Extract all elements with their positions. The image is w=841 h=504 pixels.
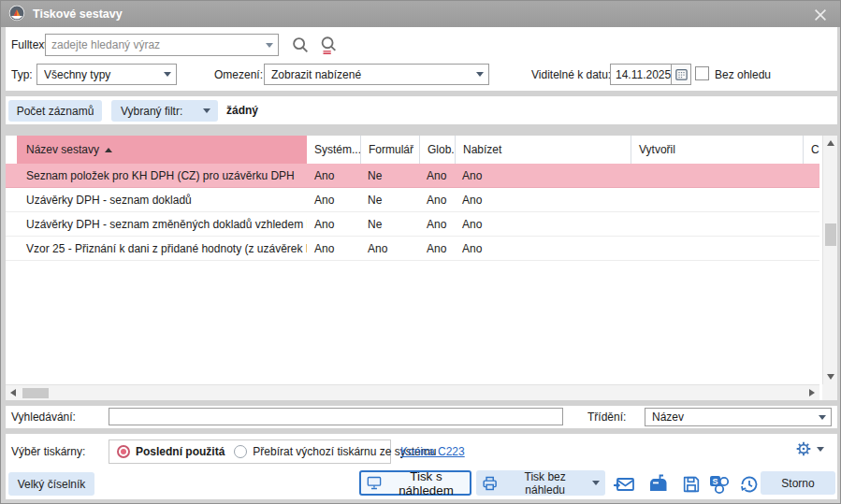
table-row[interactable]: Seznam položek pro KH DPH (CZ) pro uzávě… [6, 164, 819, 188]
table-cell: Seznam položek pro KH DPH (CZ) pro uzávě… [17, 169, 307, 182]
sort-select[interactable]: Název [645, 408, 832, 426]
search-highlight-icon[interactable] [316, 33, 341, 57]
selected-filter-value: žádný [226, 104, 258, 117]
table-cell: Ne [360, 169, 419, 182]
column-header-label: Systém... [314, 143, 360, 156]
scrollbar-corner [822, 384, 837, 400]
record-count-button[interactable]: Počet záznamů [8, 100, 102, 122]
table-cell: Ano [419, 242, 455, 255]
sort-chevron-down-icon[interactable] [814, 409, 831, 425]
column-header-name[interactable]: Název sestavy [17, 136, 307, 164]
type-chevron-down-icon[interactable] [159, 65, 176, 84]
printer-choice-label: Výběr tiskárny: [11, 445, 85, 458]
reports-table: Název sestavy Systém... Formulář Glob...… [6, 136, 837, 400]
fulltext-chevron-down-icon[interactable] [261, 35, 278, 55]
visible-date-value: 14.11.2025 [616, 68, 671, 81]
table-cell: Ano [307, 194, 360, 207]
selected-filter-label: Vybraný filtr: [121, 105, 182, 118]
radio-last-used[interactable] [117, 445, 130, 458]
scroll-left-icon[interactable] [6, 385, 21, 400]
printer-footer-section: Výběr tiskárny: Poslední použitá Přebíra… [6, 434, 837, 499]
scroll-down-icon[interactable] [823, 369, 838, 384]
scroll-up-icon[interactable] [823, 136, 838, 151]
table-row[interactable]: Uzávěrky DPH - seznam dokladůAnoNeAnoAno [6, 188, 819, 212]
printer-link[interactable]: Konica C223 [400, 445, 465, 458]
search-sort-row: Vyhledávání: Třídění: Název [6, 406, 837, 428]
cancel-button[interactable]: Storno [761, 471, 835, 495]
print-reports-dialog: Tiskové sestavy Fulltext Typ: Všechny ty… [0, 0, 841, 504]
radio-system-default[interactable] [234, 445, 247, 458]
table-cell: Ano [455, 218, 631, 231]
save-icon[interactable] [679, 472, 703, 497]
column-header-offer[interactable]: Nabízet [455, 136, 631, 164]
table-cell: Ano [455, 169, 631, 182]
table-cell: Uzávěrky DPH - seznam změněných dokladů … [17, 218, 307, 231]
print-direct-button[interactable]: Tisk bez náhledu [476, 470, 605, 496]
column-header-label: Glob... [428, 143, 455, 156]
visible-date-field[interactable]: 14.11.2025 [610, 64, 691, 85]
table-cell: Ano [419, 169, 455, 182]
selected-filter-dropdown[interactable]: Vybraný filtr: [111, 100, 218, 122]
sort-ascending-icon [105, 148, 112, 152]
column-header-label: C [811, 143, 819, 156]
column-header-label: Nabízet [463, 143, 501, 156]
scroll-right-icon[interactable] [805, 385, 819, 400]
vertical-scrollbar[interactable] [822, 136, 837, 384]
table-cell: Vzor 25 - Přiznání k dani z přidané hodn… [17, 242, 307, 255]
records-bar: Počet záznamů Vybraný filtr: žádný [6, 96, 837, 124]
print-preview-label: Tisk s náhledem [388, 469, 464, 497]
horizontal-scrollbar[interactable] [6, 384, 819, 400]
regardless-label: Bez ohledu [715, 68, 771, 81]
window-title: Tiskové sestavy [33, 7, 123, 21]
table-cell: Ne [360, 218, 419, 231]
table-body: Seznam položek pro KH DPH (CZ) pro uzávě… [6, 164, 819, 384]
table-row[interactable]: Vzor 25 - Přiznání k dani z přidané hodn… [6, 237, 819, 261]
column-header-form[interactable]: Formulář [360, 136, 419, 164]
column-header-label: Vytvořil [639, 143, 675, 156]
column-header-global[interactable]: Glob... [419, 136, 455, 164]
search-icon[interactable] [288, 33, 312, 57]
vertical-scroll-thumb[interactable] [825, 223, 836, 246]
filter-chevron-down-icon [203, 108, 210, 113]
settings-control[interactable] [794, 439, 824, 458]
svg-text:S: S [712, 477, 718, 486]
settings-chevron-down-icon [817, 447, 824, 452]
type-select[interactable]: Všechny typy [36, 64, 177, 85]
regardless-checkbox[interactable] [695, 66, 709, 80]
table-cell: Ano [419, 194, 455, 207]
sort-label: Třídění: [587, 410, 626, 424]
mailbox-icon[interactable] [645, 472, 670, 497]
titlebar[interactable]: Tiskové sestavy [1, 1, 840, 27]
print-preview-button[interactable]: Tisk s náhledem [359, 470, 471, 496]
printer-icon [482, 475, 498, 492]
history-icon[interactable] [737, 472, 761, 497]
search-label: Vyhledávání: [11, 410, 76, 424]
s3-export-icon[interactable]: S [707, 472, 732, 497]
type-select-value: Všechny typy [44, 68, 159, 81]
fulltext-combobox[interactable] [45, 34, 279, 56]
close-icon[interactable] [810, 5, 831, 25]
column-header-system[interactable]: Systém... [307, 136, 360, 164]
quick-search-input[interactable] [109, 410, 562, 424]
print-direct-chevron-down-icon [592, 481, 600, 485]
table-header: Název sestavy Systém... Formulář Glob...… [6, 136, 837, 164]
table-cell: Ano [360, 242, 419, 255]
restriction-chevron-down-icon[interactable] [471, 65, 488, 84]
gear-icon [794, 439, 813, 458]
big-list-button[interactable]: Velký číselník [8, 472, 94, 496]
table-cell: Ano [307, 242, 360, 255]
table-row[interactable]: Uzávěrky DPH - seznam změněných dokladů … [6, 212, 819, 237]
table-cell: Ano [455, 242, 631, 255]
quick-search-field[interactable] [109, 408, 563, 425]
column-header-created-by[interactable]: Vytvořil [631, 136, 803, 164]
fulltext-input[interactable] [46, 38, 261, 51]
table-cell: Ano [307, 218, 360, 231]
send-email-icon[interactable] [612, 472, 636, 497]
table-cell: Uzávěrky DPH - seznam dokladů [17, 194, 307, 207]
visible-date-label: Viditelné k datu: [531, 68, 611, 81]
sort-select-value: Název [652, 410, 814, 424]
calendar-icon[interactable] [671, 65, 690, 84]
horizontal-scroll-thumb[interactable] [22, 388, 49, 398]
restriction-select[interactable]: Zobrazit nabízené [264, 64, 489, 85]
app-logo-icon [8, 5, 25, 24]
